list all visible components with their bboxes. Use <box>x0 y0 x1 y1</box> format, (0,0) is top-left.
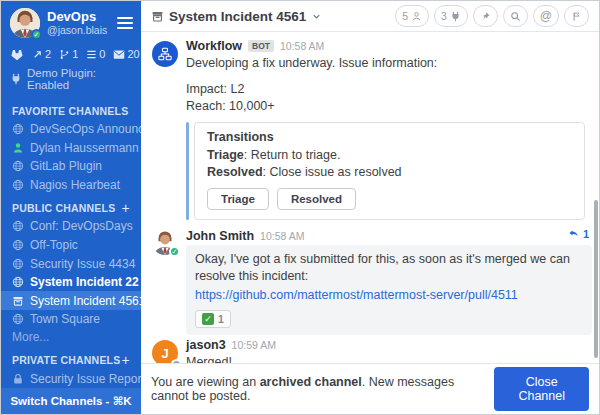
flagged-posts-button[interactable] <box>564 5 589 27</box>
switch-channels-button[interactable]: Switch Channels - ⌘K <box>1 388 141 414</box>
globe-icon <box>12 123 24 135</box>
team-header[interactable]: DevOps @jason.blais <box>1 1 141 43</box>
bot-badge: BOT <box>248 40 274 52</box>
timestamp[interactable]: 10:58 AM <box>260 230 304 242</box>
channel-toolbar: 5 3 @ <box>395 5 589 27</box>
reply-count: 1 <box>583 228 589 240</box>
mattermost-window: DevOps @jason.blais 2 1 0 2 <box>0 0 600 415</box>
sidebar-item-town-square[interactable]: Town Square <box>1 310 141 329</box>
issues-counter[interactable]: 1 <box>59 48 78 60</box>
message-attachment: Transitions Triage: Return to triage. Re… <box>186 122 585 220</box>
envelope-icon <box>113 49 125 60</box>
member-icon <box>411 11 422 22</box>
pinned-posts-button[interactable] <box>473 5 498 27</box>
sidebar-item-devsecops-announces[interactable]: DevSecOps Announces <box>1 120 141 139</box>
close-channel-button[interactable]: Close Channel <box>494 367 589 411</box>
sidebar-item-system-incident-22[interactable]: System Incident 22 1 <box>1 273 141 292</box>
pin-icon <box>480 11 491 22</box>
more-channels-link[interactable]: More... <box>1 328 141 346</box>
impact-line: Impact: L2 <box>186 81 599 98</box>
archive-icon <box>12 295 24 307</box>
globe-icon <box>12 220 24 232</box>
globe-icon <box>12 276 24 288</box>
sidebar-item-security-issue-4434[interactable]: Security Issue 4434 <box>1 254 141 273</box>
channel-view: System Incident 4561 5 3 <box>141 1 599 414</box>
at-icon: @ <box>540 9 552 23</box>
post-john-smith: John Smith 10:58 AM 1 Okay, I've got a f… <box>152 227 599 335</box>
reply-thread-button[interactable]: 1 <box>567 227 589 240</box>
scrollbar[interactable] <box>594 200 598 358</box>
reaction-count: 1 <box>218 313 224 325</box>
archived-channel-footer: You are viewing an archived channel. New… <box>141 363 599 414</box>
add-private-channel-button[interactable]: + <box>122 355 130 365</box>
user-handle: @jason.blais <box>47 24 110 36</box>
offline-status-icon <box>173 361 180 363</box>
gitlab-plugin-bar: 2 1 0 20 <box>1 43 141 63</box>
arrow-up-right-icon <box>32 49 43 60</box>
archived-notice: You are viewing an archived channel. New… <box>151 375 480 403</box>
git-branch-icon <box>59 49 70 60</box>
channel-title: System Incident 4561 <box>169 9 306 24</box>
attachment-actions: Triage Resolved <box>207 188 572 210</box>
team-identity: DevOps @jason.blais <box>47 10 110 37</box>
sidebar-item-conf-devopsdays[interactable]: Conf: DevOpsDays <box>1 217 141 236</box>
search-button[interactable] <box>503 5 528 27</box>
demo-plugin-status: Demo Plugin: Enabled <box>1 63 141 97</box>
merge-requests-counter[interactable]: 2 <box>32 48 51 60</box>
author-name[interactable]: John Smith <box>186 229 254 243</box>
issue-info: Impact: L2 Reach: 10,000+ <box>186 81 599 115</box>
message-text: Okay, I've got a fix submitted for this,… <box>195 251 583 285</box>
search-icon <box>510 11 521 22</box>
globe-icon <box>12 160 24 172</box>
sidebar-item-system-incident-4561[interactable]: System Incident 4561 <box>1 291 141 310</box>
public-channels-section-header: PUBLIC CHANNELS + <box>1 194 141 217</box>
todo-counter[interactable]: 0 <box>86 48 105 60</box>
sidebar-item-dylan-haussermann[interactable]: Dylan Haussermann <box>1 139 141 158</box>
attachment-field-resolved: Resolved: Close issue as resolved <box>207 164 572 181</box>
sidebar-item-security-issue-reports[interactable]: Security Issue Reports <box>1 369 141 388</box>
workflow-bot-avatar <box>152 41 178 67</box>
sidebar: DevOps @jason.blais 2 1 0 2 <box>1 1 141 414</box>
resolved-button[interactable]: Resolved <box>277 188 356 210</box>
user-avatar <box>10 8 40 38</box>
main-menu-icon[interactable] <box>117 14 133 32</box>
attachment-title: Transitions <box>207 130 572 144</box>
post-header: jason3 10:59 AM <box>186 338 599 352</box>
sidebar-item-off-topic[interactable]: Off-Topic <box>1 236 141 255</box>
online-status-icon <box>169 246 180 257</box>
demo-plugin-label: Demo Plugin: Enabled <box>27 67 132 91</box>
timestamp[interactable]: 10:59 AM <box>232 339 276 351</box>
john-smith-avatar <box>152 229 178 255</box>
channel-title-menu[interactable]: System Incident 4561 <box>151 9 322 24</box>
post-workflow-1: Workflow BOT 10:58 AM Developing a fix u… <box>152 39 599 224</box>
author-name[interactable]: jason3 <box>186 338 226 352</box>
lock-icon <box>12 373 24 385</box>
reactions: 1 <box>195 310 583 328</box>
timestamp[interactable]: 10:58 AM <box>280 40 324 52</box>
favorites-section-header: FAVORITE CHANNELS <box>1 97 141 120</box>
private-channels-section-header: PRIVATE CHANNELS + <box>1 346 141 369</box>
mentions-button[interactable]: @ <box>533 5 559 27</box>
sidebar-item-nagios-hearbeat[interactable]: Nagios Hearbeat <box>1 176 141 195</box>
triage-button[interactable]: Triage <box>207 188 269 210</box>
chevron-down-icon <box>311 11 322 22</box>
plug-icon <box>10 73 22 85</box>
attachment-accent-bar <box>186 122 189 220</box>
github-pull-request-link[interactable]: https://github.com/mattermost/mattermost… <box>195 287 518 304</box>
plugin-count-button[interactable]: 3 <box>434 5 468 27</box>
author-name[interactable]: Workflow <box>186 39 242 53</box>
reaction-white-check-mark[interactable]: 1 <box>195 310 231 328</box>
flag-icon <box>571 11 582 22</box>
mail-counter[interactable]: 20 <box>113 48 139 60</box>
members-button[interactable]: 5 <box>395 5 429 27</box>
channel-header: System Incident 4561 5 3 <box>141 1 599 32</box>
add-public-channel-button[interactable]: + <box>122 203 130 213</box>
online-status-icon <box>31 29 42 40</box>
post-header: Workflow BOT 10:58 AM <box>186 39 599 53</box>
gitlab-icon[interactable] <box>10 47 24 61</box>
post-header: John Smith 10:58 AM 1 <box>186 227 599 243</box>
globe-icon <box>12 179 24 191</box>
attachment-field-triage: Triage: Return to triage. <box>207 147 572 164</box>
sidebar-item-gitlab-plugin[interactable]: GitLab Plugin <box>1 157 141 176</box>
message-list: Workflow BOT 10:58 AM Developing a fix u… <box>141 32 599 363</box>
